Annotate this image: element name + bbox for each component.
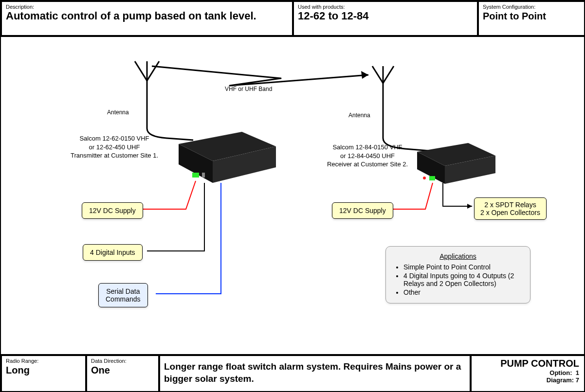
serial-commands-box: Serial Data Commands — [98, 283, 148, 307]
antenna-left-icon — [135, 61, 193, 140]
antenna-right-label: Antenna — [348, 112, 370, 119]
config-label: System Configuration: — [483, 4, 580, 10]
band-text: VHF or UHF Band — [225, 86, 272, 92]
antenna-left-label: Antenna — [107, 109, 129, 116]
footer-direction-cell: Data Direction: One — [86, 355, 159, 392]
relays-box: 2 x SPDT Relays 2 x Open Collectors — [474, 197, 547, 220]
footer-title: PUMP CONTROL — [475, 358, 579, 369]
footer-option: Option: 1 — [475, 369, 579, 376]
svg-line-5 — [383, 66, 394, 83]
footer-diagram: Diagram: 7 — [475, 376, 579, 384]
applications-item: Simple Point to Point Control — [403, 263, 521, 271]
applications-list: Simple Point to Point Control 4 Digital … — [395, 263, 521, 296]
applications-item: 4 Digital Inputs going to 4 Outputs (2 R… — [403, 272, 521, 287]
relays-line1: 2 x SPDT Relays — [480, 201, 540, 209]
wire-relays — [443, 183, 472, 209]
receiver-line3: Receiver at Customer Site 2. — [316, 160, 419, 169]
svg-line-4 — [372, 66, 383, 83]
direction-value: One — [91, 365, 154, 376]
header-config-cell: System Configuration: Point to Point — [478, 1, 585, 36]
receiver-text: Salcom 12-84-0150 VHF or 12-84-0450 UHF … — [316, 143, 419, 169]
receiver-line1: Salcom 12-84-0150 VHF — [316, 143, 419, 152]
radio-path-icon — [152, 66, 368, 86]
svg-marker-6 — [361, 71, 368, 79]
footer-notes: Longer range float switch alarm system. … — [164, 361, 466, 385]
diagram-label: Diagram: — [547, 376, 574, 384]
svg-rect-11 — [202, 173, 205, 178]
diagram-area: VHF or UHF Band Antenna Antenna Salcom 1… — [1, 36, 585, 355]
config-value: Point to Point — [483, 11, 580, 22]
svg-marker-12 — [417, 143, 495, 166]
header-description-cell: Description: Automatic control of a pump… — [1, 1, 293, 36]
direction-label: Data Direction: — [91, 358, 154, 364]
svg-marker-14 — [445, 156, 495, 184]
footer-title-cell: PUMP CONTROL Option: 1 Diagram: 7 — [471, 355, 585, 392]
page-frame: Description: Automatic control of a pump… — [0, 0, 585, 392]
relays-line2: 2 x Open Collectors — [480, 209, 540, 216]
svg-line-2 — [147, 61, 159, 81]
diagram-svg — [1, 37, 585, 356]
option-value: 1 — [576, 369, 579, 376]
receiver-line2: or 12-84-0450 UHF — [316, 152, 419, 160]
transmitter-line1: Salcom 12-62-0150 VHF — [58, 134, 170, 143]
applications-title: Applications — [395, 252, 521, 260]
diagram-value: 7 — [576, 376, 579, 384]
receiver-device-icon — [417, 143, 495, 184]
transmitter-device-icon — [179, 132, 276, 183]
svg-point-16 — [423, 177, 426, 179]
description-label: Description: — [6, 4, 288, 10]
products-value: 12-62 to 12-84 — [298, 10, 473, 22]
option-label: Option: — [549, 369, 572, 376]
range-value: Long — [6, 365, 81, 376]
svg-marker-7 — [179, 132, 276, 161]
footer-range-cell: Radio Range: Long — [1, 355, 86, 392]
footer-notes-cell: Longer range float switch alarm system. … — [159, 355, 471, 392]
description-value: Automatic control of a pump based on tan… — [6, 10, 288, 22]
svg-rect-10 — [192, 173, 199, 178]
products-label: Used with products: — [298, 4, 473, 10]
wire-supply-right — [389, 183, 433, 209]
svg-marker-13 — [417, 152, 445, 184]
transmitter-line2: or 12-62-450 UHF — [58, 143, 170, 152]
wire-serial — [156, 183, 221, 294]
supply-left-box: 12V DC Supply — [82, 202, 143, 219]
supply-right-box: 12V DC Supply — [332, 202, 393, 219]
wire-supply-left — [140, 181, 196, 209]
svg-marker-17 — [467, 204, 472, 209]
transmitter-text: Salcom 12-62-0150 VHF or 12-62-450 UHF T… — [58, 134, 170, 160]
header-products-cell: Used with products: 12-62 to 12-84 — [293, 1, 478, 36]
svg-marker-9 — [213, 146, 276, 183]
transmitter-line3: Transmitter at Customer Site 1. — [58, 151, 170, 160]
digital-inputs-box: 4 Digital Inputs — [83, 244, 143, 261]
svg-line-1 — [135, 61, 147, 81]
antenna-right-icon — [372, 66, 429, 151]
range-label: Radio Range: — [6, 358, 81, 364]
applications-note: Applications Simple Point to Point Contr… — [385, 246, 530, 303]
wire-digital-inputs — [147, 183, 204, 251]
svg-rect-15 — [429, 176, 435, 180]
applications-item: Other — [403, 288, 521, 296]
svg-marker-8 — [179, 144, 213, 183]
